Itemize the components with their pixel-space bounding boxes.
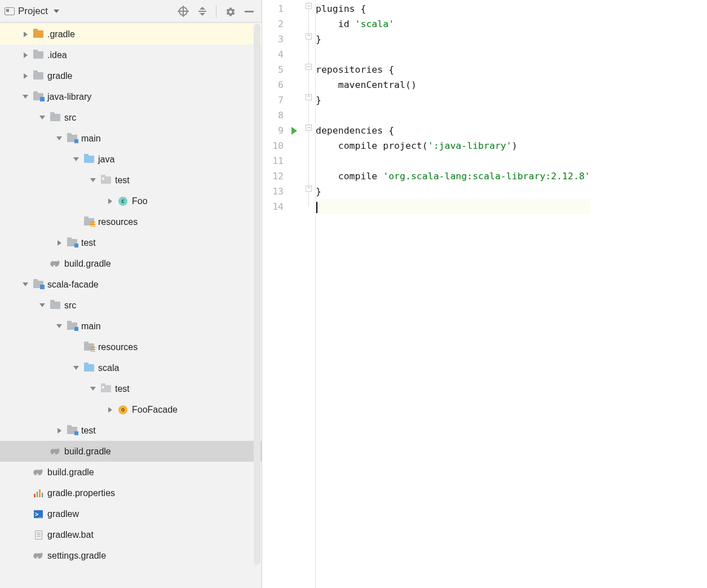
code-editor[interactable]: 1 2 3 4 5 6 7 8 9 10 11 12 13 14 − ⌃ − ⌃… <box>262 0 707 588</box>
properties-icon <box>33 488 44 498</box>
tree-item-main[interactable]: main <box>0 316 262 337</box>
expand-arrow-icon[interactable] <box>21 72 29 80</box>
tree-item-gradle-dir[interactable]: .gradle <box>0 24 262 45</box>
folder-icon <box>50 113 61 123</box>
tree-item-test-folder[interactable]: test <box>0 232 262 253</box>
expand-arrow-icon[interactable] <box>55 427 63 435</box>
fold-toggle-icon[interactable]: − <box>306 64 312 70</box>
code-line[interactable]: mavenCentral() <box>316 77 590 92</box>
tree-item-scala-facade[interactable]: scala-facade <box>0 274 262 295</box>
line-number: 10 <box>262 138 284 153</box>
fold-toggle-icon[interactable]: − <box>306 3 312 9</box>
collapse-arrow-icon[interactable] <box>55 135 63 143</box>
code-line-current[interactable] <box>316 199 590 214</box>
fold-toggle-icon[interactable]: − <box>306 125 312 131</box>
code-line[interactable] <box>316 108 590 123</box>
collapse-arrow-icon[interactable] <box>38 114 46 122</box>
tree-item-foo[interactable]: c Foo <box>0 191 262 211</box>
expand-arrow-icon[interactable] <box>106 406 114 414</box>
fold-end-icon[interactable]: ⌃ <box>306 33 312 39</box>
tree-item-resources[interactable]: resources <box>0 211 262 232</box>
tree-label: .idea <box>47 50 67 60</box>
run-gutter-icon[interactable] <box>291 127 297 135</box>
tree-item-settings-gradle[interactable]: settings.gradle <box>0 545 262 566</box>
code-line[interactable]: repositories { <box>316 62 590 77</box>
expand-arrow-icon[interactable] <box>55 239 63 247</box>
project-title: Project <box>18 6 48 17</box>
line-number: 6 <box>262 77 284 92</box>
editor-gutter: 1 2 3 4 5 6 7 8 9 10 11 12 13 14 − ⌃ − ⌃… <box>262 0 316 588</box>
collapse-arrow-icon[interactable] <box>55 322 63 330</box>
tree-item-build-gradle[interactable]: build.gradle <box>0 253 262 274</box>
resources-folder-icon <box>83 342 95 352</box>
collapse-arrow-icon[interactable] <box>72 156 80 163</box>
tree-label: scala <box>98 363 119 373</box>
code-line[interactable]: plugins { <box>316 1 590 16</box>
expand-arrow-icon[interactable] <box>106 197 114 205</box>
code-line[interactable]: id 'scala' <box>316 16 590 32</box>
tree-item-scala[interactable]: scala <box>0 357 262 378</box>
tree-label: resources <box>98 217 138 227</box>
tree-item-gradle-folder[interactable]: gradle <box>0 65 262 86</box>
project-view-selector[interactable]: Project <box>5 6 178 17</box>
tree-label: .gradle <box>47 29 75 39</box>
tree-label: gradlew.bat <box>47 530 94 540</box>
fold-end-icon[interactable]: ⌃ <box>306 94 312 100</box>
module-folder-icon <box>33 280 44 290</box>
tree-item-test-folder[interactable]: test <box>0 420 262 441</box>
tree-item-gradlew-bat[interactable]: gradlew.bat <box>0 524 262 545</box>
collapse-arrow-icon[interactable] <box>89 176 97 184</box>
tree-item-gradle-properties[interactable]: gradle.properties <box>0 483 262 503</box>
tree-label: src <box>64 300 76 311</box>
tree-item-foofacade[interactable]: o FooFacade <box>0 399 262 420</box>
code-line[interactable]: } <box>316 92 590 108</box>
settings-button[interactable] <box>224 6 236 17</box>
fold-end-icon[interactable]: ⌃ <box>306 185 312 192</box>
code-line[interactable]: dependencies { <box>316 123 590 138</box>
tree-item-test-pkg[interactable]: test <box>0 170 262 191</box>
collapse-arrow-icon[interactable] <box>89 385 97 393</box>
tree-item-build-gradle-selected[interactable]: build.gradle <box>0 441 262 462</box>
collapse-icon <box>198 7 207 16</box>
code-line[interactable] <box>316 153 590 169</box>
collapse-arrow-icon[interactable] <box>72 364 80 372</box>
tree-item-root-build-gradle[interactable]: build.gradle <box>0 462 262 483</box>
tree-label: build.gradle <box>64 446 111 457</box>
locate-button[interactable] <box>178 6 189 17</box>
package-icon <box>100 175 112 185</box>
code-line[interactable]: compile project(':java-library') <box>316 138 590 153</box>
project-tree[interactable]: .gradle .idea gradle java-library <box>0 23 262 588</box>
code-line[interactable]: compile 'org.scala-lang:scala-library:2.… <box>316 169 590 184</box>
code-line[interactable]: } <box>316 184 590 199</box>
caret <box>316 202 317 213</box>
tree-item-java-library[interactable]: java-library <box>0 86 262 107</box>
tree-label: test <box>81 238 96 248</box>
object-icon: o <box>117 405 129 415</box>
tree-label: test <box>115 384 130 394</box>
source-folder-icon <box>67 238 78 248</box>
hide-button[interactable] <box>244 6 255 17</box>
tree-item-idea-dir[interactable]: .idea <box>0 45 262 65</box>
tree-item-java[interactable]: java <box>0 149 262 170</box>
gradle-icon <box>50 260 61 268</box>
tree-item-gradlew[interactable]: >_ gradlew <box>0 503 262 524</box>
collapse-arrow-icon[interactable] <box>38 302 46 310</box>
line-number: 13 <box>262 184 284 199</box>
expand-arrow-icon[interactable] <box>21 30 29 38</box>
tree-label: main <box>81 321 101 331</box>
tree-item-test-pkg[interactable]: test <box>0 378 262 399</box>
tree-item-src[interactable]: src <box>0 107 262 128</box>
collapse-all-button[interactable] <box>197 6 208 17</box>
collapse-arrow-icon[interactable] <box>21 281 29 289</box>
collapse-arrow-icon[interactable] <box>21 93 29 101</box>
tree-item-src[interactable]: src <box>0 295 262 316</box>
code-line[interactable] <box>316 47 590 62</box>
expand-arrow-icon[interactable] <box>21 51 29 59</box>
code-line[interactable]: } <box>316 32 590 47</box>
tree-scrollbar[interactable] <box>254 24 260 565</box>
line-number: 8 <box>262 108 284 123</box>
code-area[interactable]: plugins { id 'scala' } repositories { ma… <box>316 0 590 588</box>
tree-item-main[interactable]: main <box>0 128 262 149</box>
tree-item-resources[interactable]: resources <box>0 337 262 357</box>
fold-column: − ⌃ − ⌃ − ⌃ <box>305 1 315 588</box>
